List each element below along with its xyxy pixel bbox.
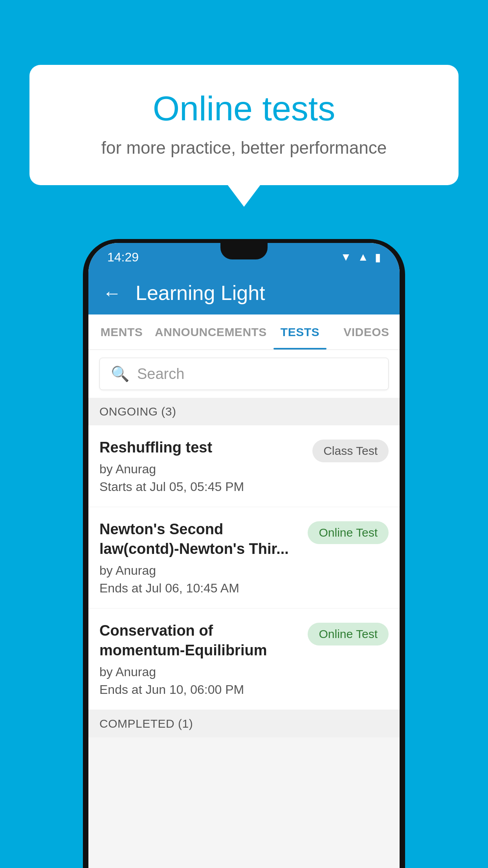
test-badge-1: Class Test xyxy=(312,440,389,462)
phone-screen: 14:29 ▼ ▲ ▮ ← Learning Light MENTS ANNOU… xyxy=(88,243,400,868)
test-item-newton[interactable]: Newton's Second law(contd)-Newton's Thir… xyxy=(88,507,400,609)
search-input-container[interactable]: 🔍 Search xyxy=(99,358,389,390)
status-icons: ▼ ▲ ▮ xyxy=(341,251,381,264)
test-info-3: Conservation of momentum-Equilibrium by … xyxy=(99,621,308,697)
bubble-title: Online tests xyxy=(61,88,427,129)
tab-tests[interactable]: TESTS xyxy=(267,314,333,349)
phone-notch xyxy=(220,243,268,259)
test-by-3: by Anurag xyxy=(99,665,300,679)
test-list: Reshuffling test by Anurag Starts at Jul… xyxy=(88,425,400,710)
speech-bubble: Online tests for more practice, better p… xyxy=(29,65,459,185)
signal-icon: ▲ xyxy=(358,251,369,263)
test-date-2: Ends at Jul 06, 10:45 AM xyxy=(99,581,300,596)
test-info-1: Reshuffling test by Anurag Starts at Jul… xyxy=(99,438,312,494)
search-input[interactable]: Search xyxy=(137,366,184,383)
test-name-1: Reshuffling test xyxy=(99,438,305,457)
test-by-1: by Anurag xyxy=(99,462,305,476)
tab-announcements[interactable]: ANNOUNCEMENTS xyxy=(155,314,267,349)
wifi-icon: ▼ xyxy=(341,251,352,263)
tab-videos[interactable]: VIDEOS xyxy=(333,314,400,349)
search-bar: 🔍 Search xyxy=(88,350,400,398)
phone-frame: 14:29 ▼ ▲ ▮ ← Learning Light MENTS ANNOU… xyxy=(83,239,405,868)
tab-bar: MENTS ANNOUNCEMENTS TESTS VIDEOS xyxy=(88,314,400,350)
bubble-subtitle: for more practice, better performance xyxy=(61,138,427,158)
test-badge-2: Online Test xyxy=(308,521,389,544)
ongoing-section-header: ONGOING (3) xyxy=(88,398,400,425)
test-info-2: Newton's Second law(contd)-Newton's Thir… xyxy=(99,520,308,596)
test-item-conservation[interactable]: Conservation of momentum-Equilibrium by … xyxy=(88,609,400,710)
test-badge-3: Online Test xyxy=(308,623,389,645)
app-bar: ← Learning Light xyxy=(88,271,400,314)
test-name-3: Conservation of momentum-Equilibrium xyxy=(99,621,300,660)
back-button[interactable]: ← xyxy=(103,282,121,304)
search-icon: 🔍 xyxy=(111,365,129,383)
app-title: Learning Light xyxy=(136,281,265,305)
test-by-2: by Anurag xyxy=(99,563,300,578)
test-date-1: Starts at Jul 05, 05:45 PM xyxy=(99,480,305,494)
test-item-reshuffling[interactable]: Reshuffling test by Anurag Starts at Jul… xyxy=(88,425,400,507)
completed-section-header: COMPLETED (1) xyxy=(88,710,400,737)
test-name-2: Newton's Second law(contd)-Newton's Thir… xyxy=(99,520,300,559)
battery-icon: ▮ xyxy=(375,251,381,264)
tab-ments[interactable]: MENTS xyxy=(88,314,155,349)
status-time: 14:29 xyxy=(107,250,139,265)
test-date-3: Ends at Jun 10, 06:00 PM xyxy=(99,682,300,697)
